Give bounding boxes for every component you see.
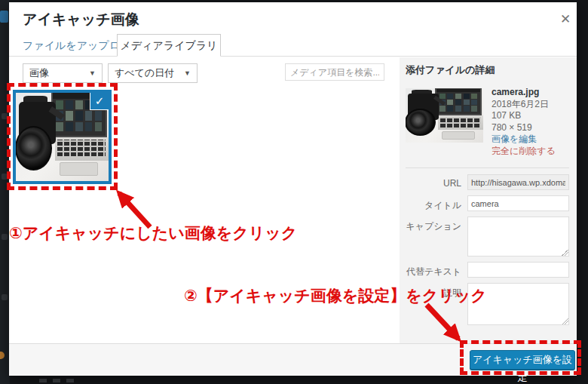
- resize-handle-icon[interactable]: [562, 318, 568, 324]
- alt-text-label: 代替テキスト: [400, 266, 461, 278]
- caption-label: キャプション: [400, 220, 461, 233]
- laptop-trackpad: [60, 162, 99, 176]
- laptop-screen-menubar: [436, 89, 480, 93]
- media-search-input[interactable]: [285, 63, 384, 81]
- admin-menu-highlight: [0, 11, 8, 23]
- attachment-filename: camera.jpg: [492, 87, 576, 99]
- attachment-thumbnail-selected[interactable]: ✓: [13, 90, 112, 184]
- resize-handle-icon[interactable]: [562, 249, 568, 256]
- edit-image-link[interactable]: 画像を編集: [492, 134, 576, 146]
- tab-divider: [9, 56, 577, 57]
- attachment-date: 2018年6月2日: [492, 99, 576, 111]
- taskbar-icons: [39, 379, 74, 382]
- url-label: URL: [400, 178, 461, 189]
- modal-title: アイキャッチ画像: [23, 10, 139, 29]
- alt-text-field[interactable]: [467, 262, 569, 278]
- checkmark-icon[interactable]: ✓: [90, 93, 109, 110]
- laptop-keyboard: [55, 137, 109, 161]
- laptop-keyboard: [438, 115, 483, 130]
- laptop-trackpad: [442, 131, 474, 140]
- camera-lens: [16, 126, 52, 170]
- admin-menu-icon: [2, 113, 8, 119]
- tab-media-library[interactable]: メディアライブラリ: [117, 34, 221, 57]
- close-icon[interactable]: ✕: [556, 11, 574, 29]
- chevron-down-icon: ▼: [89, 69, 96, 77]
- admin-menu-icon: [2, 174, 8, 180]
- chevron-down-icon: ▼: [184, 69, 191, 77]
- date-filter-value: すべての日付: [115, 66, 174, 80]
- title-label: タイトル: [400, 199, 461, 212]
- title-field[interactable]: [467, 195, 569, 211]
- attachment-filesize: 107 KB: [492, 110, 576, 122]
- url-field[interactable]: [467, 174, 569, 190]
- admin-menu-dot: [0, 352, 5, 359]
- media-type-filter-value: 画像: [29, 66, 49, 80]
- annotation-step2: ②【アイキャッチ画像を設定】をクリック: [184, 285, 487, 306]
- camera-lens: [406, 109, 436, 136]
- delete-permanently-link[interactable]: 完全に削除する: [492, 146, 576, 158]
- sidebar-divider: [406, 167, 569, 168]
- attachment-dimensions: 780 × 519: [492, 122, 576, 134]
- attachment-details-heading: 添付ファイルの詳細: [406, 63, 495, 77]
- page: アイキャッチ画像 ✕ ファイルをアップロード メディアライブラリ 画像 ▼ すべ…: [0, 0, 588, 384]
- annotation-step1: ①アイキャッチにしたい画像をクリック: [9, 223, 297, 244]
- admin-menu-icon: [2, 234, 8, 240]
- media-type-filter-select[interactable]: 画像 ▼: [23, 63, 103, 83]
- caption-field[interactable]: [467, 217, 569, 257]
- date-filter-select[interactable]: すべての日付 ▼: [108, 63, 198, 83]
- camera-laptop-photo: [406, 88, 483, 143]
- set-featured-image-button[interactable]: アイキャッチ画像を設定: [470, 350, 575, 370]
- attachment-details-thumbnail: [406, 88, 483, 143]
- admin-menu-icon: [2, 294, 8, 300]
- attachment-meta: camera.jpg 2018年6月2日 107 KB 780 × 519 画像…: [492, 87, 576, 157]
